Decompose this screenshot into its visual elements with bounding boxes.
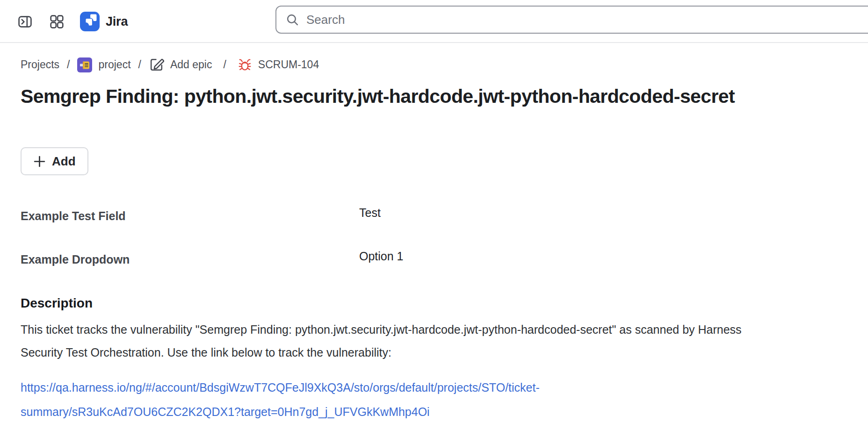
field-label: Example Dropdown (21, 252, 359, 266)
description-body: This ticket tracks the vulnerability "Se… (21, 318, 750, 364)
vulnerability-link[interactable]: https://qa.harness.io/ng/#/account/Bdsgi… (21, 381, 540, 418)
app-name-label: Jira (106, 14, 128, 29)
issue-page: Projects / project / (0, 57, 868, 425)
field-value-example-dropdown[interactable]: Option 1 (359, 249, 404, 263)
jira-logo-icon (80, 12, 100, 31)
breadcrumb-issue-key[interactable]: SCRUM-104 (238, 57, 319, 72)
bug-icon (238, 57, 252, 72)
global-search-box (275, 6, 868, 34)
breadcrumb-projects[interactable]: Projects (21, 58, 59, 71)
jira-home-button[interactable] (80, 12, 100, 31)
expand-sidebar-button[interactable] (18, 14, 32, 29)
edit-icon (149, 57, 164, 72)
issue-title: Semgrep Finding: python.jwt.security.jwt… (21, 85, 847, 108)
search-input[interactable] (306, 13, 868, 27)
breadcrumb-separator: / (223, 58, 226, 71)
field-value-example-test-field[interactable]: Test (359, 206, 381, 220)
search-icon (286, 13, 299, 27)
breadcrumb-separator: / (138, 58, 141, 71)
project-avatar (77, 57, 92, 72)
header-left-cluster: Jira (18, 0, 128, 43)
add-button-label: Add (52, 154, 76, 169)
plus-icon (33, 155, 46, 168)
top-navigation-bar: Jira (0, 0, 868, 43)
breadcrumb-add-epic[interactable]: Add epic (149, 57, 212, 72)
field-row-example-dropdown: Example Dropdown Option 1 (21, 252, 847, 266)
breadcrumb-separator: / (67, 58, 70, 71)
expand-sidebar-icon (18, 14, 32, 29)
breadcrumb-project[interactable]: project (77, 57, 130, 72)
add-button[interactable]: Add (21, 147, 88, 175)
field-label: Example Test Field (21, 209, 359, 223)
description-link-row: https://qa.harness.io/ng/#/account/Bdsgi… (21, 376, 577, 425)
description-heading: Description (21, 296, 847, 311)
custom-fields: Example Test Field Test Example Dropdown… (21, 209, 847, 266)
field-row-example-test-field: Example Test Field Test (21, 209, 847, 223)
breadcrumb: Projects / project / (21, 57, 847, 72)
apps-grid-icon (50, 14, 64, 29)
app-switcher-button[interactable] (50, 14, 64, 29)
